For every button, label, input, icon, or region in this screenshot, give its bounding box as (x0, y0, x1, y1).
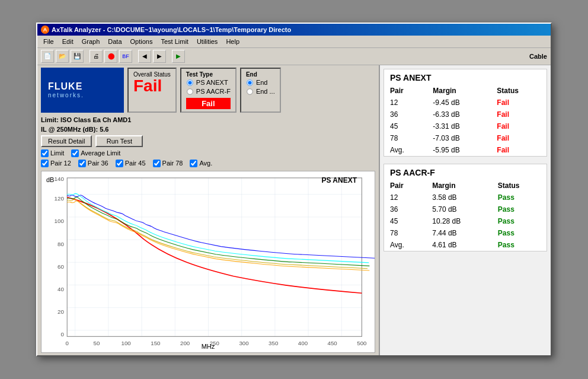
table-row: Avg. -5.95 dB Fail (384, 144, 547, 156)
status-cell: Pass (492, 239, 547, 251)
pair78-checkbox-item: Pair 78 (153, 160, 183, 167)
table-row: Avg. 4.61 dB Pass (384, 239, 547, 251)
table-row: 12 3.58 dB Pass (384, 192, 547, 203)
ps-aacrf-radio-row: PS AACR-F (186, 88, 231, 95)
print-button[interactable]: 🖨 (90, 50, 103, 63)
table-row: 78 7.44 dB Pass (384, 227, 547, 239)
ps-anext-pair-header: Pair (384, 85, 427, 97)
ps-anext-radio-row: PS ANEXT (186, 79, 231, 87)
avg-limit-checkbox-item: Average Limit (71, 149, 120, 157)
end-radio-1[interactable] (247, 79, 253, 85)
ps-anext-radio[interactable] (187, 79, 193, 85)
pair-cell: 12 (384, 97, 427, 109)
next-button[interactable]: ▶ (153, 50, 166, 63)
ps-aacrf-data-table: Pair Margin Status 12 3.58 dB Pass 36 5.… (384, 180, 547, 251)
ps-anext-margin-header: Margin (427, 85, 491, 97)
status-cell: Fail (491, 109, 547, 120)
margin-cell: -7.03 dB (427, 132, 491, 144)
main-window: A AxTalk Analyzer - C:\DOCUME~1\ayoung\L… (36, 23, 552, 357)
end-box: End End End ... (240, 68, 281, 113)
avg-checkbox[interactable] (190, 160, 197, 167)
run-button[interactable]: ▶ (172, 50, 185, 63)
menu-utilities[interactable]: Utilities (193, 37, 221, 46)
left-panel: FLUKE networks. Overall Status Fail Test… (37, 65, 379, 356)
limit-checkbox-item: Limit (41, 149, 64, 157)
avg-limit-checkbox[interactable] (71, 149, 79, 157)
ps-anext-table: PS ANEXT Pair Margin Status 12 -9.45 dB … (384, 69, 547, 157)
status-cell: Pass (492, 227, 547, 239)
svg-text:400: 400 (298, 339, 308, 346)
run-test-button[interactable]: Run Test (95, 135, 143, 147)
overall-status-value: Fail (133, 78, 171, 94)
end-radio-2-row: End ... (246, 88, 275, 95)
end-radio-2[interactable] (247, 88, 253, 94)
margin-cell: -9.45 dB (427, 97, 491, 109)
prev-button[interactable]: ◀ (138, 50, 151, 63)
menu-file[interactable]: File (40, 37, 57, 46)
ps-anext-data-table: Pair Margin Status 12 -9.45 dB Fail 36 -… (384, 85, 547, 156)
table-row: 78 -7.03 dB Fail (384, 132, 547, 144)
ps-anext-title: PS ANEXT (384, 69, 547, 85)
menu-edit[interactable]: Edit (59, 37, 77, 46)
open-button[interactable]: 📂 (56, 50, 69, 63)
svg-text:350: 350 (269, 339, 279, 346)
avg-label: Avg. (199, 160, 212, 167)
svg-text:100: 100 (122, 339, 132, 346)
end-label: End (246, 71, 275, 78)
limit-checkbox[interactable] (41, 149, 49, 157)
table-row: 36 -6.33 dB Fail (384, 109, 547, 120)
pair45-label: Pair 45 (125, 160, 146, 167)
svg-text:0: 0 (60, 331, 64, 337)
app-icon: A (41, 26, 49, 34)
pair12-checkbox[interactable] (41, 160, 49, 167)
svg-text:0: 0 (66, 339, 69, 346)
avg-checkbox-item: Avg. (190, 160, 212, 167)
pair36-checkbox-item: Pair 36 (78, 160, 108, 167)
button-row: Result Detail Run Test (37, 134, 379, 148)
result-detail-button[interactable]: Result Detail (41, 135, 92, 147)
main-content: FLUKE networks. Overall Status Fail Test… (37, 65, 551, 356)
avg-limit-label: Average Limit (81, 149, 120, 157)
test-type-label: Test Type (186, 71, 231, 78)
menu-graph[interactable]: Graph (78, 37, 104, 46)
il-row: IL @ 250MHz (dB): 5.6 (37, 125, 379, 134)
menu-data[interactable]: Data (104, 37, 125, 46)
new-button[interactable]: 📄 (41, 50, 54, 63)
pair-cell: 12 (384, 192, 426, 203)
pair-cell: Avg. (384, 239, 426, 251)
fluke-logo: FLUKE networks. (41, 68, 124, 113)
ps-aacrf-radio[interactable] (187, 88, 193, 94)
menu-bar: File Edit Graph Data Options Test Limit … (37, 36, 551, 48)
pair-cell: 36 (384, 203, 426, 215)
menu-help[interactable]: Help (222, 37, 243, 46)
pair-cell: 45 (384, 120, 427, 132)
svg-text:120: 120 (55, 195, 65, 202)
info-row: FLUKE networks. Overall Status Fail Test… (37, 65, 379, 115)
status-cell: Fail (491, 132, 547, 144)
pair-cell: 78 (384, 132, 427, 144)
title-bar: A AxTalk Analyzer - C:\DOCUME~1\ayoung\L… (37, 24, 551, 36)
pair78-checkbox[interactable] (153, 160, 161, 167)
save-button[interactable]: 💾 (71, 50, 84, 63)
checkbox-row-2: Pair 12 Pair 36 Pair 45 Pair 78 Avg. (37, 158, 379, 168)
ps-aacrf-label: PS AACR-F (196, 88, 231, 95)
stop-button[interactable]: ⬤ (104, 50, 117, 63)
svg-text:20: 20 (57, 308, 64, 315)
pair45-checkbox-item: Pair 45 (116, 160, 146, 167)
end-option-2: End ... (256, 88, 275, 95)
y-axis-label: dB (46, 176, 54, 183)
right-panel: PS ANEXT Pair Margin Status 12 -9.45 dB … (379, 65, 551, 356)
menu-test-limit[interactable]: Test Limit (157, 37, 191, 46)
status-cell: Fail (491, 97, 547, 109)
end-option-1: End (256, 79, 268, 86)
pair36-label: Pair 36 (88, 160, 108, 167)
test-type-box: Test Type PS ANEXT PS AACR-F Fail (180, 68, 237, 113)
menu-options[interactable]: Options (127, 37, 156, 46)
pair36-checkbox[interactable] (78, 160, 86, 167)
some-button[interactable]: BF (119, 50, 132, 63)
pair45-checkbox[interactable] (116, 160, 123, 167)
pair-cell: 78 (384, 227, 426, 239)
ps-anext-status-header: Status (491, 85, 547, 97)
pair-cell: Avg. (384, 144, 427, 156)
chart-title: PS ANEXT (321, 176, 357, 184)
